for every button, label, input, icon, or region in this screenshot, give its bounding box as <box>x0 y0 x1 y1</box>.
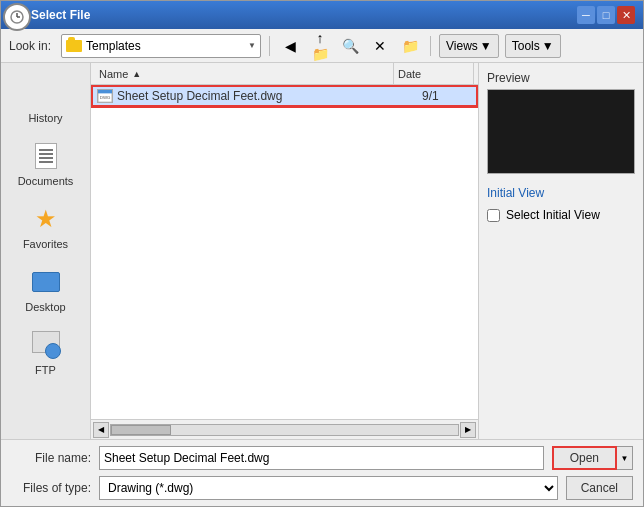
history-label: History <box>28 112 62 124</box>
initial-view-checkbox-row: Select Initial View <box>487 208 635 222</box>
sort-arrow-icon: ▲ <box>132 69 141 79</box>
tools-label: Tools <box>512 39 540 53</box>
delete-button[interactable]: ✕ <box>368 34 392 58</box>
desktop-icon <box>30 266 62 298</box>
scroll-track[interactable] <box>110 424 459 436</box>
desktop-label: Desktop <box>25 301 65 313</box>
name-header-label: Name <box>99 68 128 80</box>
ftp-globe-shape <box>45 343 61 359</box>
file-list[interactable]: DWG Sheet Setup Decimal Feet.dwg 9/1 <box>91 85 478 419</box>
select-initial-view-checkbox[interactable] <box>487 209 500 222</box>
docs-shape <box>35 143 57 169</box>
views-arrow-icon: ▼ <box>480 39 492 53</box>
open-button-group: Open ▼ <box>552 446 633 470</box>
file-type-select[interactable]: Drawing (*.dwg) <box>99 476 558 500</box>
history-icon <box>30 77 62 109</box>
open-dropdown-arrow[interactable]: ▼ <box>617 446 633 470</box>
documents-icon <box>30 140 62 172</box>
sidebar-item-ftp[interactable]: FTP <box>6 323 86 382</box>
file-date-0: 9/1 <box>422 89 472 103</box>
horizontal-scrollbar[interactable]: ◀ ▶ <box>91 419 478 439</box>
sidebar-item-favorites[interactable]: ★ Favorites <box>6 197 86 256</box>
current-folder: Templates <box>86 39 141 53</box>
window-title: Select File <box>31 8 90 22</box>
file-name-label: File name: <box>11 451 91 465</box>
date-column-header[interactable]: Date <box>394 63 474 84</box>
svg-text:DWG: DWG <box>100 95 111 100</box>
name-column-header[interactable]: Name ▲ <box>95 63 394 84</box>
sidebar: History Documents ★ Favorites Desktop <box>1 63 91 439</box>
sidebar-item-documents[interactable]: Documents <box>6 134 86 193</box>
open-button[interactable]: Open <box>552 446 617 470</box>
views-button[interactable]: Views ▼ <box>439 34 499 58</box>
ftp-label: FTP <box>35 364 56 376</box>
ftp-icon <box>30 329 62 361</box>
scroll-left-button[interactable]: ◀ <box>93 422 109 438</box>
tools-button[interactable]: Tools ▼ <box>505 34 561 58</box>
views-label: Views <box>446 39 478 53</box>
dwg-icon-shape: DWG <box>97 89 113 103</box>
maximize-button[interactable]: □ <box>597 6 615 24</box>
back-button[interactable]: ◀ <box>278 34 302 58</box>
preview-image <box>487 89 635 174</box>
tools-arrow-icon: ▼ <box>542 39 554 53</box>
toolbar: Look in: Templates ▼ ◀ ↑📁 🔍 ✕ 📁 Views ▼ … <box>1 29 643 63</box>
ftp-shape <box>31 331 61 359</box>
file-name-0: Sheet Setup Decimal Feet.dwg <box>117 89 418 103</box>
scroll-right-button[interactable]: ▶ <box>460 422 476 438</box>
toolbar-separator-1 <box>269 36 270 56</box>
select-initial-view-label[interactable]: Select Initial View <box>506 208 600 222</box>
bottom-bar: File name: Open ▼ Files of type: Drawing… <box>1 439 643 506</box>
scroll-thumb[interactable] <box>111 425 171 435</box>
select-file-dialog: 📄 Select File ─ □ ✕ Look in: Templates ▼… <box>0 0 644 507</box>
close-button[interactable]: ✕ <box>617 6 635 24</box>
favorites-icon: ★ <box>30 203 62 235</box>
star-icon: ★ <box>35 207 57 231</box>
file-type-row: Files of type: Drawing (*.dwg) Cancel <box>11 476 633 500</box>
main-panel: Name ▲ Date DWG <box>91 63 478 439</box>
sidebar-item-desktop[interactable]: Desktop <box>6 260 86 319</box>
documents-label: Documents <box>18 175 74 187</box>
title-bar-controls: ─ □ ✕ <box>577 6 635 24</box>
cancel-button[interactable]: Cancel <box>566 476 633 500</box>
content-area: History Documents ★ Favorites Desktop <box>1 63 643 439</box>
favorites-label: Favorites <box>23 238 68 250</box>
file-name-row: File name: Open ▼ <box>11 446 633 470</box>
new-folder-button[interactable]: 📁 <box>398 34 422 58</box>
initial-view-label: Initial View <box>487 186 635 200</box>
search-web-button[interactable]: 🔍 <box>338 34 362 58</box>
toolbar-separator-2 <box>430 36 431 56</box>
files-of-type-label: Files of type: <box>11 481 91 495</box>
look-in-label: Look in: <box>9 39 51 53</box>
dwg-svg: DWG <box>98 89 112 103</box>
file-list-header: Name ▲ Date <box>91 63 478 85</box>
svg-rect-4 <box>98 90 112 94</box>
folder-icon <box>66 40 82 52</box>
file-name-input[interactable] <box>99 446 544 470</box>
sidebar-item-history[interactable]: History <box>6 71 86 130</box>
look-in-dropdown[interactable]: Templates ▼ <box>61 34 261 58</box>
up-folder-button[interactable]: ↑📁 <box>308 34 332 58</box>
minimize-button[interactable]: ─ <box>577 6 595 24</box>
dwg-file-icon: DWG <box>97 88 113 104</box>
file-item-0[interactable]: DWG Sheet Setup Decimal Feet.dwg 9/1 <box>91 85 478 107</box>
title-bar: 📄 Select File ─ □ ✕ <box>1 1 643 29</box>
date-header-label: Date <box>398 68 421 80</box>
desktop-shape <box>32 272 60 292</box>
preview-label: Preview <box>487 71 635 85</box>
preview-panel: Preview Initial View Select Initial View <box>478 63 643 439</box>
dropdown-arrow-icon: ▼ <box>248 41 256 50</box>
